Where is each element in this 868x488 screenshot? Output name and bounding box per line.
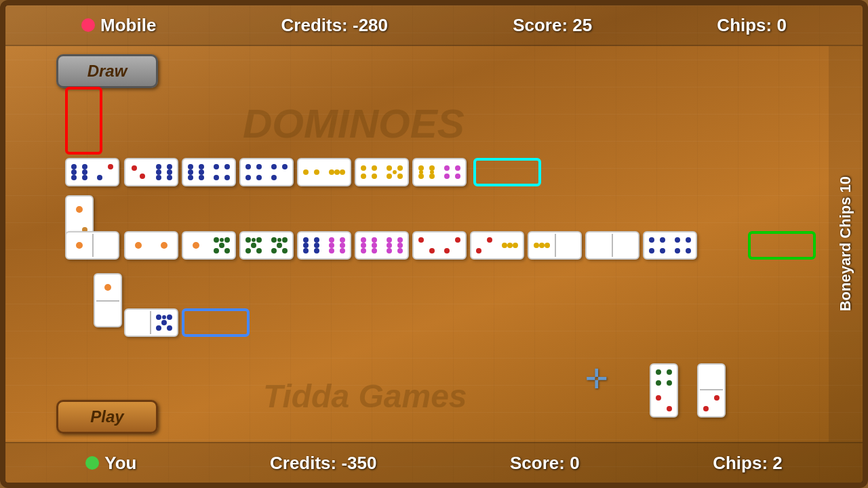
svg-point-132 — [656, 369, 661, 375]
domino-row2-7[interactable] — [412, 231, 467, 260]
svg-point-101 — [387, 243, 392, 248]
svg-point-66 — [224, 248, 230, 253]
domino-row1-3[interactable] — [182, 158, 236, 186]
svg-point-39 — [372, 165, 377, 171]
mobile-label: Mobile — [100, 15, 156, 36]
domino-row2-2[interactable] — [124, 231, 178, 260]
green-empty-slot[interactable] — [748, 231, 816, 260]
svg-point-14 — [156, 169, 161, 175]
svg-point-114 — [534, 243, 539, 248]
svg-point-115 — [545, 243, 550, 248]
you-score-label: Score: 0 — [510, 453, 580, 474]
svg-point-19 — [199, 169, 204, 175]
boneyard-label: Boneyard Chips 10 — [837, 176, 854, 311]
svg-point-130 — [161, 320, 167, 325]
domino-row1-5[interactable] — [297, 158, 351, 186]
watermark-bottom: Tidda Games — [263, 378, 467, 415]
svg-point-62 — [193, 242, 199, 249]
domino-vert-2[interactable] — [94, 273, 122, 327]
svg-point-36 — [340, 169, 345, 175]
svg-point-73 — [251, 243, 256, 248]
svg-point-89 — [329, 243, 334, 248]
svg-point-79 — [277, 243, 282, 248]
svg-point-43 — [397, 165, 403, 171]
svg-point-106 — [429, 248, 435, 253]
domino-row2-10[interactable] — [585, 231, 639, 260]
svg-point-104 — [397, 248, 403, 253]
svg-point-133 — [667, 369, 672, 375]
svg-point-127 — [167, 314, 172, 320]
you-chips-label: Chips: 2 — [713, 453, 783, 474]
svg-point-63 — [214, 237, 219, 243]
cyan-empty-slot[interactable] — [473, 158, 541, 186]
domino-row1-6[interactable] — [355, 158, 409, 186]
svg-point-126 — [156, 314, 161, 320]
draw-button[interactable]: Draw — [56, 54, 158, 88]
mobile-credits: Credits: -280 — [281, 15, 389, 36]
svg-point-52 — [430, 170, 434, 174]
play-button-label: Play — [90, 407, 123, 426]
svg-point-125 — [104, 284, 111, 291]
svg-point-138 — [714, 395, 719, 401]
svg-point-2 — [71, 169, 77, 175]
svg-point-78 — [282, 248, 288, 253]
svg-point-65 — [214, 248, 219, 253]
svg-point-71 — [245, 248, 251, 253]
svg-point-41 — [372, 174, 377, 179]
svg-point-75 — [271, 237, 277, 243]
domino-row2-11[interactable] — [643, 231, 697, 260]
svg-point-93 — [361, 237, 366, 243]
domino-row1-4[interactable] — [239, 158, 294, 186]
svg-point-113 — [507, 243, 513, 248]
svg-point-119 — [649, 248, 654, 253]
svg-point-32 — [271, 175, 277, 180]
svg-point-49 — [418, 174, 424, 179]
domino-row1-1[interactable] — [65, 158, 119, 186]
svg-point-102 — [397, 243, 403, 248]
domino-row2-3[interactable] — [182, 231, 236, 260]
domino-row2-4[interactable] — [239, 231, 294, 260]
svg-point-95 — [361, 243, 366, 248]
blue-empty-slot[interactable] — [182, 308, 250, 337]
svg-point-80 — [277, 238, 281, 242]
svg-point-15 — [167, 169, 172, 175]
svg-point-99 — [387, 237, 392, 243]
svg-point-77 — [271, 248, 277, 253]
mobile-chips: Chips: 0 — [717, 15, 787, 36]
svg-point-81 — [303, 237, 309, 243]
svg-point-97 — [361, 248, 366, 253]
svg-point-7 — [97, 175, 102, 180]
svg-point-117 — [649, 237, 654, 243]
svg-point-69 — [245, 237, 251, 243]
hand-domino-2[interactable] — [697, 363, 726, 418]
svg-point-33 — [303, 169, 309, 175]
domino-row1-2[interactable] — [124, 158, 178, 186]
red-border-slot — [65, 87, 102, 155]
mobile-score-label: Score: 25 — [513, 15, 592, 36]
svg-point-12 — [156, 175, 161, 180]
svg-point-42 — [387, 165, 392, 171]
svg-point-37 — [334, 169, 340, 175]
play-button[interactable]: Play — [56, 400, 158, 434]
svg-point-136 — [656, 395, 661, 401]
svg-point-34 — [314, 169, 319, 175]
svg-point-5 — [82, 175, 87, 180]
svg-point-121 — [675, 237, 680, 243]
svg-point-40 — [361, 174, 366, 179]
svg-point-27 — [256, 164, 262, 169]
domino-row3-1[interactable] — [124, 308, 178, 337]
svg-point-60 — [135, 242, 142, 249]
svg-point-134 — [656, 380, 661, 386]
svg-point-67 — [219, 243, 224, 248]
domino-row1-7[interactable] — [412, 158, 467, 186]
boneyard-sidebar: Boneyard Chips 10 — [829, 46, 863, 442]
domino-row2-6[interactable] — [355, 231, 409, 260]
domino-row2-5[interactable] — [297, 231, 351, 260]
domino-row2-1[interactable] — [65, 231, 119, 260]
svg-point-9 — [140, 174, 145, 179]
svg-point-139 — [703, 406, 709, 411]
domino-row2-8[interactable] — [470, 231, 524, 260]
domino-row2-9[interactable] — [528, 231, 582, 260]
svg-point-118 — [660, 237, 665, 243]
hand-domino-1[interactable] — [650, 363, 678, 418]
